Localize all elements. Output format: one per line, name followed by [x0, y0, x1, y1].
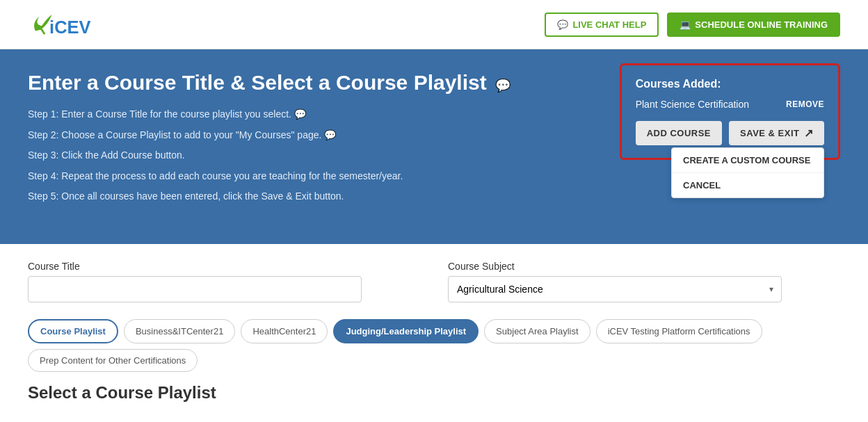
logo-area: CEV i — [28, 7, 116, 42]
add-course-button[interactable]: ADD COURSE — [636, 121, 722, 145]
svg-text:CEV: CEV — [54, 17, 90, 37]
tab-business-it[interactable]: Business&ITCenter21 — [124, 319, 235, 343]
tab-health-center[interactable]: HealthCenter21 — [241, 319, 328, 343]
live-chat-button[interactable]: 💬 LIVE CHAT HELP — [545, 13, 659, 37]
header: CEV i 💬 LIVE CHAT HELP 💻 SCHEDULE ONLINE… — [0, 0, 868, 49]
hero-step-5: Step 5: Once all courses have been enter… — [28, 190, 529, 204]
course-subject-select[interactable]: Agricultural Science Business & IT Healt… — [448, 276, 782, 302]
hero-chat-icon: 💬 — [495, 79, 511, 94]
courses-action-buttons: ADD COURSE SAVE & EXIT ↗ CREATE A CUSTOM… — [636, 121, 824, 145]
hero-title-text: Enter a Course Title & Select a Course P… — [28, 71, 487, 94]
course-title-input[interactable] — [28, 276, 362, 302]
hero-section: Enter a Course Title & Select a Course P… — [0, 49, 868, 244]
tab-judging-leadership[interactable]: Judging/Leadership Playlist — [333, 319, 479, 343]
courses-added-title: Courses Added: — [636, 78, 824, 90]
course-subject-group: Course Subject Agricultural Science Busi… — [448, 261, 840, 302]
course-subject-label: Course Subject — [448, 261, 840, 272]
save-exit-button[interactable]: SAVE & EXIT ↗ — [729, 121, 824, 145]
playlist-tabs: Course Playlist Business&ITCenter21 Heal… — [28, 319, 840, 372]
course-title-label: Course Title — [28, 261, 420, 272]
live-chat-label: LIVE CHAT HELP — [572, 19, 646, 30]
header-buttons: 💬 LIVE CHAT HELP 💻 SCHEDULE ONLINE TRAIN… — [545, 13, 840, 37]
schedule-label: SCHEDULE ONLINE TRAINING — [695, 19, 828, 30]
main-content: Course Title Course Subject Agricultural… — [0, 244, 868, 419]
tab-subject-area[interactable]: Subject Area Playlist — [484, 319, 590, 343]
tab-icev-testing[interactable]: iCEV Testing Platform Certifications — [596, 319, 762, 343]
save-exit-wrapper: SAVE & EXIT ↗ CREATE A CUSTOM COURSE CAN… — [729, 121, 824, 145]
schedule-training-button[interactable]: 💻 SCHEDULE ONLINE TRAINING — [667, 13, 840, 37]
computer-icon: 💻 — [680, 19, 691, 30]
tab-course-playlist[interactable]: Course Playlist — [28, 319, 118, 343]
svg-text:i: i — [49, 17, 54, 37]
create-custom-course-option[interactable]: CREATE A CUSTOM COURSE — [672, 148, 823, 173]
hero-step-3: Step 3: Click the Add Course button. — [28, 149, 529, 163]
courses-added-box: Courses Added: Plant Science Certificati… — [620, 63, 840, 160]
select-playlist-title: Select a Course Playlist — [28, 383, 840, 403]
course-title-group: Course Title — [28, 261, 420, 302]
form-row: Course Title Course Subject Agricultural… — [28, 261, 840, 302]
cancel-option[interactable]: CANCEL — [672, 173, 823, 197]
course-item-name: Plant Science Certification — [636, 99, 749, 110]
hero-step-4: Step 4: Repeat the process to add each c… — [28, 170, 529, 184]
remove-button[interactable]: REMOVE — [786, 99, 824, 109]
cursor-icon: ↗ — [804, 127, 814, 140]
tab-prep-content[interactable]: Prep Content for Other Certifications — [28, 349, 198, 372]
hero-steps: Step 1: Enter a Course Title for the cou… — [28, 108, 529, 204]
hero-step-1: Step 1: Enter a Course Title for the cou… — [28, 108, 529, 122]
course-subject-wrapper: Agricultural Science Business & IT Healt… — [448, 276, 782, 302]
hero-step-2: Step 2: Choose a Course Playlist to add … — [28, 129, 529, 143]
save-exit-label: SAVE & EXIT — [740, 128, 799, 138]
course-item-row: Plant Science Certification REMOVE — [636, 99, 824, 110]
logo-svg: CEV i — [28, 7, 116, 42]
save-exit-dropdown: CREATE A CUSTOM COURSE CANCEL — [671, 147, 824, 198]
chat-icon: 💬 — [557, 19, 568, 30]
